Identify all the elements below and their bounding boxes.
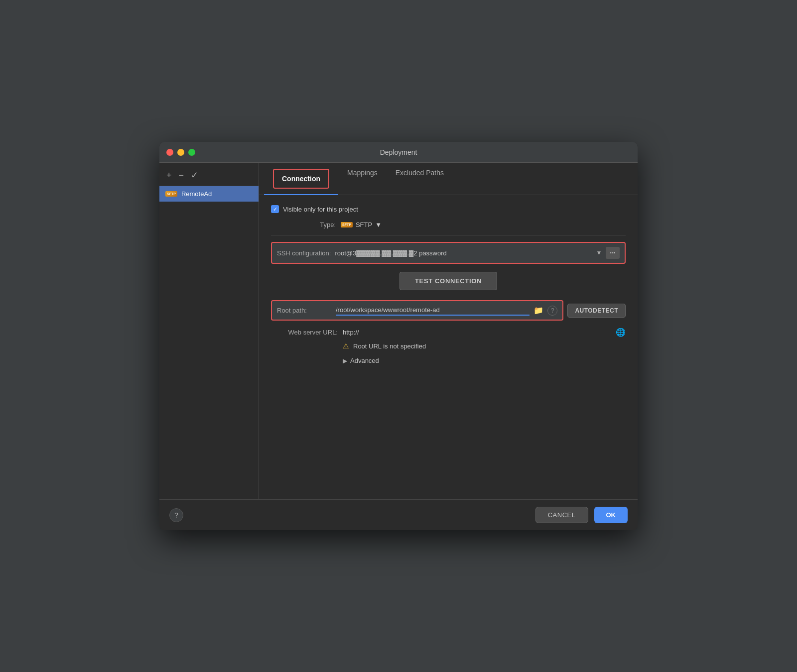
warning-icon: ⚠ <box>343 342 349 350</box>
deployment-dialog: Deployment + − ✓ SFTP RemoteAd Connectio… <box>159 142 638 530</box>
sftp-icon: SFTP <box>165 191 177 197</box>
web-server-url-label: Web server URL: <box>273 329 338 336</box>
type-value: SFTP <box>356 221 372 228</box>
sidebar-toolbar: + − ✓ <box>159 167 259 186</box>
ssh-config-box[interactable]: SSH configuration: root@3▓▓▓▓▓.▓▓.▓▓▓.▓2… <box>271 242 626 264</box>
visible-checkbox[interactable]: ✓ <box>271 205 279 213</box>
tab-bar: Connection Mappings Excluded Paths <box>259 163 638 195</box>
advanced-label: Advanced <box>350 357 379 364</box>
remove-server-button[interactable]: − <box>177 170 186 181</box>
test-connection-wrap: TEST CONNECTION <box>271 272 626 290</box>
autodetect-button[interactable]: AUTODETECT <box>567 304 626 318</box>
chevron-right-icon: ▶ <box>343 357 347 364</box>
main-layout: + − ✓ SFTP RemoteAd Connection Mappings <box>159 163 638 499</box>
window-title: Deployment <box>380 148 417 156</box>
type-label: Type: <box>271 221 336 228</box>
cancel-button[interactable]: CANCEL <box>535 507 588 523</box>
warning-row: ⚠ Root URL is not specified <box>271 342 626 350</box>
type-control: SFTP SFTP ▼ <box>341 221 626 228</box>
ssh-dropdown-button[interactable]: ▼ <box>596 249 602 256</box>
web-server-url-row: Web server URL: http:// 🌐 <box>271 328 626 337</box>
maximize-button[interactable] <box>188 149 195 156</box>
title-bar: Deployment <box>159 142 638 163</box>
advanced-row[interactable]: ▶ Advanced <box>271 357 626 364</box>
tab-mappings[interactable]: Mappings <box>338 163 387 195</box>
tab-active-outline: Connection <box>273 169 329 189</box>
globe-icon: 🌐 <box>616 328 626 337</box>
ssh-config-label: SSH configuration: <box>277 249 331 257</box>
ssh-more-button[interactable]: ··· <box>606 247 620 259</box>
bottom-bar: ? CANCEL OK <box>159 499 638 530</box>
visible-checkbox-row: ✓ Visible only for this project <box>271 205 626 213</box>
test-connection-button[interactable]: TEST CONNECTION <box>399 272 497 290</box>
form-area: ✓ Visible only for this project Type: SF… <box>259 195 638 499</box>
tab-excluded-paths[interactable]: Excluded Paths <box>387 163 453 195</box>
sidebar: + − ✓ SFTP RemoteAd <box>159 163 259 499</box>
type-sftp-icon: SFTP <box>341 222 353 227</box>
add-server-button[interactable]: + <box>164 170 174 181</box>
sidebar-item-remotead[interactable]: SFTP RemoteAd <box>159 186 259 202</box>
help-button-bottom[interactable]: ? <box>169 508 183 522</box>
web-server-url-value: http:// <box>343 329 611 336</box>
divider <box>271 235 626 236</box>
ssh-config-row: SSH configuration: root@3▓▓▓▓▓.▓▓.▓▓▓.▓2… <box>271 242 626 264</box>
root-path-label: Root path: <box>277 307 332 314</box>
tab-connection[interactable]: Connection <box>264 163 338 195</box>
traffic-lights <box>166 149 195 156</box>
bottom-actions: CANCEL OK <box>535 507 628 523</box>
root-path-row-wrap: Root path: 📁 ? AUTODETECT <box>271 300 626 321</box>
minimize-button[interactable] <box>177 149 184 156</box>
root-path-help-icon[interactable]: ? <box>547 306 557 316</box>
close-button[interactable] <box>166 149 173 156</box>
ok-button[interactable]: OK <box>594 507 628 523</box>
warning-text: Root URL is not specified <box>353 342 426 350</box>
visible-checkbox-label: Visible only for this project <box>283 206 358 213</box>
ssh-config-value: root@3▓▓▓▓▓.▓▓.▓▓▓.▓2 password <box>335 249 592 257</box>
tab-excluded-paths-label: Excluded Paths <box>396 169 444 177</box>
root-path-input[interactable] <box>336 305 530 316</box>
type-select[interactable]: SFTP SFTP ▼ <box>341 221 382 228</box>
type-dropdown-arrow: ▼ <box>375 221 382 228</box>
tab-mappings-label: Mappings <box>347 169 378 177</box>
sidebar-item-label: RemoteAd <box>181 190 212 198</box>
browse-folder-button[interactable]: 📁 <box>533 306 543 315</box>
content-area: Connection Mappings Excluded Paths ✓ Vis… <box>259 163 638 499</box>
confirm-button[interactable]: ✓ <box>189 170 200 181</box>
type-row: Type: SFTP SFTP ▼ <box>271 221 626 228</box>
root-path-box: Root path: 📁 ? <box>271 300 563 321</box>
tab-connection-label: Connection <box>282 175 320 183</box>
